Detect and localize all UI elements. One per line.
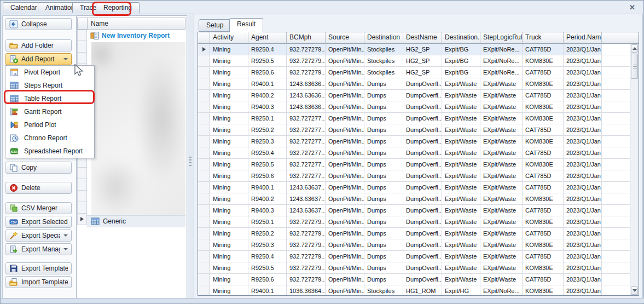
tree-item-new-inventory-report[interactable]: New Inventory Report bbox=[87, 30, 185, 41]
table-row[interactable]: MiningR9250.5932.727279...OpenPit/Min...… bbox=[198, 262, 630, 274]
top-tab-bar: Calendar Animation Trace Reporting bbox=[1, 1, 643, 13]
tree-item-generic[interactable]: Generic bbox=[87, 215, 185, 227]
table-cell: CAT785D bbox=[523, 170, 564, 182]
tree-name-column-header[interactable]: Name bbox=[87, 18, 185, 30]
table-cell: Mining bbox=[210, 182, 248, 193]
table-cell: 2023/Q1/Jan bbox=[564, 228, 602, 239]
table-cell: 2023/Q1/Jan bbox=[564, 262, 602, 274]
panel-splitter[interactable] bbox=[187, 15, 194, 299]
table-cell: OpenPit/Min... bbox=[326, 251, 364, 262]
export-special-button[interactable]: Export Special bbox=[5, 230, 72, 242]
report-node-icon bbox=[90, 31, 99, 40]
export-templates-button[interactable]: Export Templates bbox=[5, 262, 72, 274]
add-report-button[interactable]: Add Report bbox=[5, 53, 72, 65]
table-cell: DumpOverfl... bbox=[403, 113, 442, 124]
export-special-icon bbox=[9, 231, 18, 240]
steps-report-icon bbox=[10, 81, 19, 90]
table-row[interactable]: MiningR9250.3932.727279...OpenPit/Min...… bbox=[198, 239, 630, 251]
table-cell: KOM830E bbox=[523, 113, 564, 124]
table-cell: EXpit/NoRe... bbox=[480, 44, 523, 55]
table-row[interactable]: MiningR9250.6932.727279...OpenPit/Min...… bbox=[198, 274, 630, 285]
column-header-steplogicrule[interactable]: StepLogicRule bbox=[480, 32, 523, 44]
table-row[interactable]: MiningR9400.21243.63637...OpenPit/Min...… bbox=[198, 193, 630, 205]
table-cell: Expit/BG bbox=[442, 67, 480, 78]
column-header-agent[interactable]: Agent bbox=[248, 32, 287, 44]
export-selected-button[interactable]: CSV Export Selected bbox=[5, 216, 72, 228]
button-label: Export Manager bbox=[21, 245, 60, 253]
add-report-dropdown-menu: Σ Pivot Report Steps Report Table Report… bbox=[5, 65, 95, 158]
table-row[interactable]: MiningR9250.4932.727279...OpenPit/Min...… bbox=[198, 44, 630, 55]
table-row[interactable]: MiningR9250.1932.727277...OpenPit/Min...… bbox=[198, 113, 630, 124]
table-row[interactable]: MiningR9400.11243.63637...OpenPit/Min...… bbox=[198, 182, 630, 193]
scrollbar-thumb[interactable] bbox=[631, 54, 638, 79]
table-row[interactable]: MiningR9250.2932.727277...OpenPit/Min...… bbox=[198, 124, 630, 136]
column-header-destination[interactable]: Destination bbox=[364, 32, 403, 44]
table-cell: 2023/Q1/Jan bbox=[564, 170, 602, 182]
table-row[interactable]: MiningR9400.31243.63636...OpenPit/Min...… bbox=[198, 101, 630, 113]
column-header-truck[interactable]: Truck bbox=[523, 32, 564, 44]
menu-item-pivot-report[interactable]: Σ Pivot Report bbox=[5, 66, 94, 79]
table-cell: EXpit/Waste bbox=[480, 216, 523, 228]
table-row[interactable]: MiningR9250.1932.727279...OpenPit/Min...… bbox=[198, 216, 630, 228]
table-cell: 2023/Q1/Jan bbox=[564, 239, 602, 251]
export-templates-icon bbox=[9, 264, 18, 273]
table-row[interactable]: MiningR9250.2932.727279...OpenPit/Min...… bbox=[198, 228, 630, 239]
delete-button[interactable]: Delete bbox=[5, 182, 72, 194]
table-row[interactable]: MiningR9400.11036.36364...OpenPit/Min...… bbox=[198, 285, 630, 295]
table-cell: Dumps bbox=[364, 205, 403, 216]
table-row[interactable]: MiningR9250.4932.727277...OpenPit/Min...… bbox=[198, 147, 630, 159]
column-header-destname[interactable]: DestName bbox=[403, 32, 442, 44]
column-header-bcmph[interactable]: BCMph bbox=[287, 32, 326, 44]
table-cell: DumpOverfl... bbox=[403, 251, 442, 262]
table-row[interactable]: MiningR9250.5932.727279...OpenPit/Min...… bbox=[198, 55, 630, 67]
table-cell: Mining bbox=[210, 228, 248, 239]
scroll-down-icon[interactable] bbox=[631, 286, 638, 295]
collapse-button[interactable]: Collapse bbox=[5, 18, 72, 30]
csv-merger-button[interactable]: CSV Merger bbox=[5, 202, 72, 214]
menu-item-table-report[interactable]: Table Report bbox=[5, 92, 94, 105]
table-cell: 1243.63636... bbox=[287, 78, 326, 90]
row-filler bbox=[602, 239, 630, 251]
table-row[interactable]: MiningR9400.31243.63637...OpenPit/Min...… bbox=[198, 205, 630, 216]
column-header-activity[interactable]: Activity bbox=[210, 32, 248, 44]
table-cell: 2023/Q1/Jan bbox=[564, 78, 602, 90]
button-label: Export Templates bbox=[21, 265, 68, 272]
table-row[interactable]: MiningR9250.5932.727277...OpenPit/Min...… bbox=[198, 159, 630, 170]
menu-item-gantt-report[interactable]: Gantt Report bbox=[5, 105, 94, 118]
row-indicator-cell bbox=[198, 193, 210, 205]
table-row[interactable]: MiningR9400.21243.63636...OpenPit/Min...… bbox=[198, 90, 630, 101]
table-cell: OpenPit/Min... bbox=[326, 78, 364, 90]
column-header-source[interactable]: Source bbox=[326, 32, 364, 44]
table-row[interactable]: MiningR9250.3932.727277...OpenPit/Min...… bbox=[198, 136, 630, 147]
copy-button[interactable]: Copy bbox=[5, 162, 72, 174]
vertical-scrollbar[interactable] bbox=[630, 44, 639, 295]
table-row[interactable]: MiningR9250.6932.727279...OpenPit/Min...… bbox=[198, 67, 630, 78]
tab-result[interactable]: Result bbox=[229, 18, 263, 32]
tab-reporting[interactable]: Reporting bbox=[96, 2, 140, 13]
table-cell: CAT785D bbox=[523, 205, 564, 216]
table-cell: DumpOverfl... bbox=[403, 262, 442, 274]
add-folder-button[interactable]: Add Folder bbox=[5, 39, 72, 51]
table-row[interactable]: MiningR9250.4932.727279...OpenPit/Min...… bbox=[198, 251, 630, 262]
table-cell: Dumps bbox=[364, 170, 403, 182]
table-cell: 2023/Q1/Jan bbox=[564, 124, 602, 136]
menu-item-spreadsheet-report[interactable]: XLSX Spreadsheet Report bbox=[5, 145, 94, 158]
menu-item-steps-report[interactable]: Steps Report bbox=[5, 79, 94, 92]
button-label: Import Template bbox=[21, 278, 68, 286]
close-icon[interactable]: ✕ bbox=[629, 3, 635, 12]
column-header-destination[interactable]: Destination... bbox=[442, 32, 480, 44]
tree-item-label: Generic bbox=[103, 217, 126, 225]
table-cell: Expit/Waste bbox=[442, 159, 480, 170]
menu-item-chrono-report[interactable]: Chrono Report bbox=[5, 131, 94, 145]
tab-setup[interactable]: Setup bbox=[199, 19, 231, 32]
export-manager-button[interactable]: Export Manager bbox=[5, 243, 72, 255]
menu-item-period-plot[interactable]: Period Plot bbox=[5, 118, 94, 131]
table-cell: Mining bbox=[210, 262, 248, 274]
column-header-period-name[interactable]: Period.Name bbox=[564, 32, 602, 44]
table-cell: 932.727279... bbox=[287, 262, 326, 274]
import-template-button[interactable]: Import Template bbox=[5, 276, 72, 288]
table-row[interactable]: MiningR9250.6932.727277...OpenPit/Min...… bbox=[198, 170, 630, 182]
scroll-up-icon[interactable] bbox=[631, 44, 638, 53]
table-row[interactable]: MiningR9400.11243.63636...OpenPit/Min...… bbox=[198, 78, 630, 90]
row-indicator-cell bbox=[198, 113, 210, 124]
